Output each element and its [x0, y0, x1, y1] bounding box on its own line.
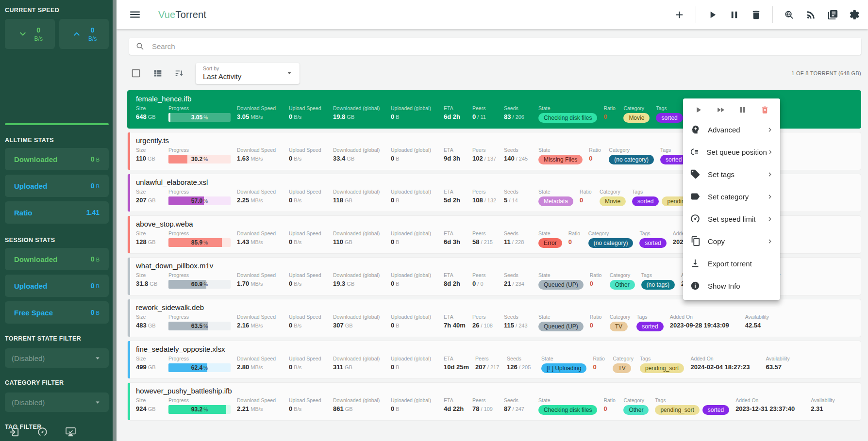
delete-icon[interactable] [760, 105, 769, 114]
field-unit: GB [148, 281, 157, 287]
field-value: 0 B/s [289, 113, 327, 120]
column-label: Seeds [504, 105, 532, 111]
stat-card-downloaded[interactable]: Downloaded0B [5, 248, 109, 270]
peers-field: Peers207 / 217 [475, 356, 501, 371]
pause-icon[interactable] [738, 105, 747, 114]
state-field: StateQueued (UP) [538, 314, 584, 331]
tag-chip[interactable]: pending_sort [655, 405, 699, 415]
resume-icon[interactable] [694, 105, 703, 114]
state-chip[interactable]: Queued (UP) [538, 322, 584, 331]
tag-chip[interactable]: sorted [656, 113, 683, 123]
search-engine-icon[interactable] [784, 9, 795, 20]
category-chip[interactable]: (no category) [609, 155, 654, 164]
tag-chip[interactable]: sorted [632, 196, 659, 206]
context-menu-item-set-speed-limit[interactable]: Set speed limit [683, 208, 780, 230]
category-chip[interactable]: TV [610, 322, 628, 331]
column-label: Peers [472, 230, 498, 236]
field-value: 7h 40m [444, 322, 466, 329]
sidebar-scrollbar[interactable] [113, 0, 117, 441]
context-menu-item-set-tags[interactable]: Set tags [683, 163, 780, 185]
settings-icon[interactable] [93, 426, 104, 438]
tag-chip[interactable]: (no tags) [641, 280, 675, 290]
uploaded-global-field: Uploaded (global)0 B [391, 272, 437, 287]
context-menu-item-export-torrent[interactable]: Export torrent [683, 252, 780, 275]
download-speed-card[interactable]: 0 B/s [5, 19, 55, 49]
size-field: Size31.8 GB [136, 272, 162, 287]
menu-icon[interactable] [129, 8, 141, 21]
context-menu-item-set-queue-position[interactable]: Set queue position [683, 141, 780, 163]
column-label: ETA [444, 230, 466, 236]
rss-icon[interactable] [805, 9, 817, 20]
field-value: 2.25 MB/s [237, 196, 283, 204]
state-chip[interactable]: Metadata [538, 196, 573, 206]
state-chip[interactable]: Missing Files [538, 155, 583, 164]
filter-select[interactable]: (Disabled) [5, 392, 109, 412]
stat-card-uploaded[interactable]: Uploaded0B [5, 175, 109, 197]
state-chip[interactable]: [F] Uploading [541, 363, 586, 373]
category-chip[interactable]: Movie [600, 196, 626, 206]
column-label: Added On [690, 356, 759, 361]
sort-order-icon[interactable] [174, 68, 185, 79]
sort-dropdown[interactable]: Sort by Last Activity [196, 63, 300, 84]
view-list-icon[interactable] [152, 68, 163, 79]
gauge-icon[interactable] [37, 426, 48, 438]
delete-icon[interactable] [751, 9, 762, 20]
state-field: StateChecking disk files [538, 397, 597, 415]
context-menu-item-advanced[interactable]: Advanced [683, 118, 780, 141]
log-icon[interactable] [827, 9, 838, 20]
column-label: Uploaded (global) [391, 356, 437, 361]
progress-field: Progress85.9% [168, 230, 231, 247]
torrent-row[interactable]: rework_sidewalk.debSize483 GBProgress63.… [127, 299, 861, 337]
state-chip[interactable]: Queued (UP) [538, 280, 584, 290]
column-label: Upload Speed [289, 105, 327, 111]
filter-select[interactable]: (Disabled) [5, 348, 109, 368]
category-chip[interactable]: Movie [623, 113, 650, 123]
category-chip[interactable]: Other [623, 405, 649, 415]
context-menu-item-show-info[interactable]: Show Info [683, 275, 780, 297]
field-unit: B/s [292, 239, 301, 245]
search-input[interactable] [151, 42, 855, 51]
column-label: Added On [735, 397, 804, 403]
add-torrent-icon[interactable] [674, 9, 685, 20]
stat-value: 0B [91, 309, 100, 316]
tag-chip[interactable]: sorted [636, 322, 663, 331]
state-chip[interactable]: Error [538, 238, 562, 248]
stat-card-free-space[interactable]: Free Space0B [5, 301, 109, 324]
peers-field: Peers108 / 132 [472, 189, 498, 204]
downloaded-global-field: Downloaded (global)861 GB [333, 397, 384, 412]
pause-all-icon[interactable] [729, 9, 740, 20]
stat-card-uploaded[interactable]: Uploaded0B [5, 275, 109, 297]
tag-chip[interactable]: sorted [639, 238, 666, 248]
topbar: VueTorrent [117, 0, 868, 29]
field-unit: MB/s [249, 156, 263, 162]
state-chip[interactable]: Checking disk files [538, 113, 597, 123]
force-resume-icon[interactable] [716, 105, 725, 114]
stat-card-ratio[interactable]: Ratio1.41 [5, 201, 109, 224]
category-chip[interactable]: (no category) [588, 238, 634, 248]
category-chip[interactable]: TV [613, 363, 631, 373]
context-menu-item-copy[interactable]: Copy [683, 230, 780, 252]
column-label: State [538, 314, 584, 320]
category-field: CategoryMovie [600, 189, 626, 206]
upload-speed-card[interactable]: 0 B/s [59, 19, 109, 49]
category-chip[interactable]: Other [610, 280, 635, 290]
logout-icon[interactable] [9, 426, 20, 438]
monitor-check-icon[interactable] [65, 426, 76, 438]
column-label: Uploaded (global) [391, 397, 437, 403]
field-unit: GB [147, 323, 156, 328]
torrent-row[interactable]: however_pushy_battleship.ifbSize924 GBPr… [127, 382, 861, 421]
state-chip[interactable]: Checking disk files [538, 405, 597, 415]
settings-icon[interactable] [849, 9, 860, 20]
downloaded-global-field: Downloaded (global)311 GB [333, 356, 384, 371]
stat-card-downloaded[interactable]: Downloaded0B [5, 148, 109, 170]
column-label: Category [600, 189, 626, 195]
context-menu-item-set-category[interactable]: Set category [683, 185, 780, 208]
tag-chip[interactable]: pending_sort [640, 363, 684, 373]
tag-chip[interactable]: sorted [702, 405, 729, 415]
field-unit: GB [147, 406, 156, 412]
resume-all-icon[interactable] [707, 9, 718, 20]
eta-field: ETA7h 40m [444, 314, 466, 329]
torrent-row[interactable]: fine_sedately_opposite.xlsxSize499 GBPro… [127, 341, 861, 379]
tags-field: Tagspending_sort [640, 356, 684, 373]
select-all-checkbox[interactable] [131, 68, 141, 79]
